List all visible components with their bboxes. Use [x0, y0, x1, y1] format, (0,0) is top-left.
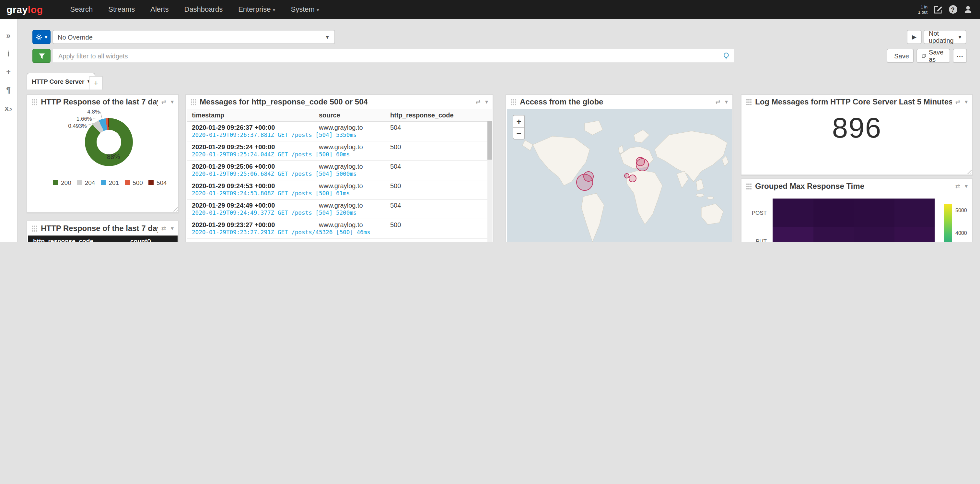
world-map-svg — [507, 109, 732, 242]
map-canvas[interactable]: + − Leaflet | © OpenStreetMap contributo… — [507, 109, 732, 242]
move-widget-icon[interactable]: ⇄ — [716, 98, 721, 106]
message-text: 2020-01-29T09:26:37.881Z GET /posts [504… — [187, 132, 492, 141]
filter-input[interactable] — [52, 49, 734, 63]
play-button[interactable]: ▶ — [907, 30, 922, 44]
tab-http-core-server[interactable]: HTTP Core Server ▾ — [27, 73, 95, 89]
message-row[interactable]: 2020-01-29 09:23:05 +00:00www.graylog.to… — [187, 238, 492, 242]
nav-item-enterprise[interactable]: Enterprise▾ — [231, 0, 283, 19]
drag-handle-icon[interactable] — [746, 98, 752, 105]
message-response-code: 500 — [390, 182, 401, 189]
message-row[interactable]: 2020-01-29 09:24:49 +00:00www.graylog.to… — [187, 199, 492, 219]
zoom-in-button[interactable]: + — [513, 115, 524, 127]
chevron-down-icon[interactable]: ▾ — [725, 98, 728, 106]
widget-body: timestamp source http_response_code 2020… — [187, 109, 492, 242]
chevron-down-icon[interactable]: ▾ — [171, 224, 174, 232]
subscript-icon[interactable]: x₂ — [5, 104, 12, 112]
message-row[interactable]: 2020-01-29 09:23:27 +00:00www.graylog.to… — [187, 219, 492, 238]
drag-handle-icon[interactable] — [32, 225, 38, 232]
time-override-select[interactable]: No Override ▼ — [52, 30, 335, 44]
heatmap-cell — [894, 227, 935, 242]
more-actions-button[interactable]: ⋯ — [953, 49, 967, 63]
user-icon[interactable] — [963, 5, 972, 14]
nav-menu: SearchStreamsAlertsDashboardsEnterprise▾… — [62, 0, 327, 19]
column-header[interactable]: timestamp — [192, 112, 319, 119]
message-row[interactable]: 2020-01-29 09:24:53 +00:00www.graylog.to… — [187, 180, 492, 199]
column-header[interactable]: http_response_code — [390, 112, 487, 119]
graylog-dashboard-app: graylog SearchStreamsAlertsDashboardsEnt… — [0, 0, 980, 242]
nav-item-alerts[interactable]: Alerts — [143, 0, 176, 19]
column-header[interactable]: http_response_code — [28, 235, 125, 242]
message-row[interactable]: 2020-01-29 09:25:24 +00:00www.graylog.to… — [187, 141, 492, 160]
message-row[interactable]: 2020-01-29 09:26:37 +00:00www.graylog.to… — [187, 122, 492, 141]
message-source: www.graylog.to — [319, 163, 390, 170]
scrollbar-thumb[interactable] — [487, 121, 492, 160]
zoom-out-button[interactable]: − — [513, 127, 524, 139]
drag-handle-icon[interactable] — [191, 98, 196, 105]
add-tab-button[interactable]: + — [89, 76, 103, 89]
save-button[interactable]: Save — [887, 49, 914, 63]
message-text: 2020-01-29T09:25:06.684Z GET /posts [504… — [187, 171, 492, 180]
pilcrow-icon[interactable]: ¶ — [6, 86, 10, 94]
widget-http-response-donut: HTTP Response of the last 7 days ⇄▾ 88% … — [27, 94, 179, 213]
nav-item-system[interactable]: System▾ — [283, 0, 327, 19]
widget-header: Access from the globe ⇄▾ — [506, 95, 732, 109]
message-row[interactable]: 2020-01-29 09:25:06 +00:00www.graylog.to… — [187, 160, 492, 180]
big-number-value: 896 — [741, 112, 972, 144]
widget-header: HTTP Response of the last 7 days ⇄▾ — [27, 221, 178, 235]
help-icon[interactable]: ? — [948, 5, 957, 14]
resize-handle[interactable] — [966, 168, 972, 174]
legend-swatch — [149, 180, 154, 185]
legend-swatch — [53, 180, 58, 185]
move-widget-icon[interactable]: ⇄ — [955, 98, 960, 106]
nav-item-streams[interactable]: Streams — [100, 0, 143, 19]
heatmap-cell — [854, 198, 894, 227]
message-response-code: 500 — [390, 221, 401, 228]
move-widget-icon[interactable]: ⇄ — [161, 224, 166, 232]
donut-callout: 0.493% — [60, 123, 87, 129]
tab-label: HTTP Core Server — [32, 78, 84, 85]
scrollbar[interactable] — [487, 121, 492, 242]
drag-handle-icon[interactable] — [746, 183, 752, 190]
caret-down-icon: ▾ — [317, 7, 319, 13]
heatmap-cell — [854, 227, 894, 242]
message-response-code: 504 — [390, 124, 401, 131]
expand-sidebar-icon[interactable]: » — [6, 32, 10, 40]
graylog-logo[interactable]: graylog — [6, 4, 43, 15]
column-header[interactable]: count() — [125, 235, 178, 242]
throughput-indicator[interactable]: 1 in 1 out — [918, 4, 928, 14]
chevron-down-icon[interactable]: ▾ — [965, 98, 968, 106]
nav-item-dashboards[interactable]: Dashboards — [177, 0, 231, 19]
move-widget-icon[interactable]: ⇄ — [476, 98, 480, 106]
message-response-code: 504 — [390, 202, 401, 209]
chevron-down-icon[interactable]: ▾ — [965, 182, 968, 190]
drag-handle-icon[interactable] — [511, 98, 517, 105]
filter-button[interactable] — [32, 49, 51, 63]
legend-swatch — [125, 180, 130, 185]
resize-handle[interactable] — [172, 206, 178, 211]
message-response-code: 500 — [390, 241, 401, 242]
plus-icon: + — [94, 78, 98, 88]
caret-down-icon: ▼ — [325, 34, 330, 40]
play-icon: ▶ — [912, 34, 916, 40]
donut-legend: 200204201500504 — [53, 178, 186, 187]
edit-pencil-icon[interactable] — [933, 5, 942, 14]
widget-body: http_response_code count() 2001962204112… — [28, 235, 178, 242]
widget-config-button[interactable]: ▾ — [32, 30, 51, 44]
add-icon[interactable]: + — [6, 68, 11, 76]
access-marker — [583, 171, 594, 182]
lightbulb-icon[interactable] — [722, 51, 731, 60]
logo-text: gray — [6, 4, 28, 15]
legend-item: 204 — [77, 179, 95, 186]
chevron-down-icon[interactable]: ▾ — [485, 98, 488, 106]
column-header[interactable]: source — [319, 112, 390, 119]
message-list: 2020-01-29 09:26:37 +00:00www.graylog.to… — [187, 122, 492, 242]
heatmap-cell — [894, 198, 935, 227]
move-widget-icon[interactable]: ⇄ — [955, 182, 960, 190]
message-timestamp: 2020-01-29 09:25:06 +00:00 — [192, 163, 319, 170]
nav-item-search[interactable]: Search — [62, 0, 101, 19]
refresh-interval-button[interactable]: Not updating ▾ — [924, 30, 966, 44]
message-summary: 2020-01-29 09:23:05 +00:00www.graylog.to… — [187, 239, 492, 242]
message-text: 2020-01-29T09:24:49.377Z GET /posts [504… — [187, 209, 492, 219]
save-as-button[interactable]: Save as — [916, 49, 950, 63]
info-icon[interactable]: i — [8, 50, 10, 58]
